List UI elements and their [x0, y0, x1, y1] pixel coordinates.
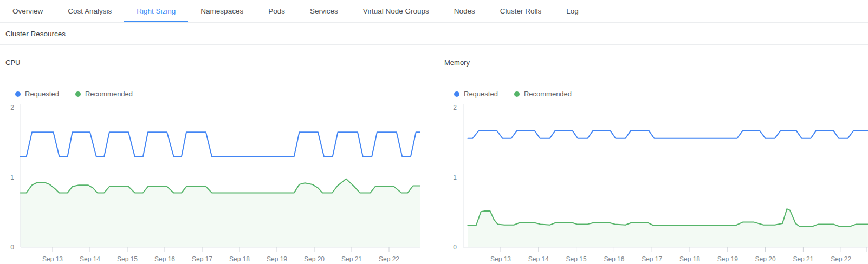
cpu-chart-title: CPU	[0, 54, 420, 72]
tab-cluster-rolls[interactable]: Cluster Rolls	[488, 0, 554, 22]
tab-virtual-node-groups[interactable]: Virtual Node Groups	[351, 0, 442, 22]
svg-text:Sep 22: Sep 22	[831, 255, 851, 262]
charts-row: CPU RequestedRecommended 210Sep 13Sep 14…	[0, 54, 868, 262]
tab-cost-analysis[interactable]: Cost Analysis	[55, 0, 124, 22]
memory-chart-title: Memory	[439, 54, 868, 72]
legend-item-requested[interactable]: Requested	[454, 90, 498, 98]
svg-text:Sep 21: Sep 21	[793, 255, 813, 262]
svg-text:Sep 20: Sep 20	[755, 255, 776, 262]
svg-text:1: 1	[453, 174, 457, 181]
requested-legend-dot	[454, 91, 459, 97]
tab-right-sizing[interactable]: Right Sizing	[124, 0, 188, 22]
requested-legend-dot	[15, 91, 21, 97]
cpu-chart-legend: RequestedRecommended	[15, 90, 420, 98]
svg-text:Sep 21: Sep 21	[341, 255, 362, 262]
svg-text:1: 1	[10, 174, 14, 181]
legend-label: Recommended	[524, 90, 572, 98]
section-title: Cluster Resources	[0, 23, 868, 45]
right-sizing-page: OverviewCost AnalysisRight SizingNamespa…	[0, 0, 868, 264]
svg-text:2: 2	[453, 104, 457, 111]
svg-text:0: 0	[453, 243, 457, 251]
svg-text:Sep 20: Sep 20	[304, 255, 325, 262]
memory-chart-legend: RequestedRecommended	[454, 90, 868, 98]
legend-item-recommended[interactable]: Recommended	[514, 90, 572, 98]
recommended-legend-dot	[75, 91, 81, 97]
svg-text:Sep 15: Sep 15	[566, 255, 587, 262]
svg-text:Sep 18: Sep 18	[229, 255, 250, 262]
legend-item-recommended[interactable]: Recommended	[75, 90, 133, 98]
tab-overview[interactable]: Overview	[0, 0, 55, 22]
svg-text:0: 0	[10, 243, 14, 251]
tab-services[interactable]: Services	[297, 0, 351, 22]
svg-text:Sep 13: Sep 13	[490, 255, 511, 262]
cpu-line-chart: 210Sep 13Sep 14Sep 15Sep 16Sep 17Sep 18S…	[0, 100, 420, 262]
tab-log[interactable]: Log	[554, 0, 591, 22]
tab-pods[interactable]: Pods	[256, 0, 297, 22]
cpu-chart-panel: CPU RequestedRecommended 210Sep 13Sep 14…	[0, 54, 420, 262]
tab-nodes[interactable]: Nodes	[442, 0, 488, 22]
svg-text:Sep 16: Sep 16	[604, 255, 624, 262]
svg-text:Sep 19: Sep 19	[717, 255, 738, 262]
svg-text:Sep 17: Sep 17	[192, 255, 212, 262]
svg-text:Sep 16: Sep 16	[154, 255, 175, 262]
svg-text:Sep 18: Sep 18	[679, 255, 700, 262]
tab-bar: OverviewCost AnalysisRight SizingNamespa…	[0, 0, 868, 23]
memory-chart-panel: Memory RequestedRecommended 210Sep 13Sep…	[439, 54, 868, 262]
svg-text:2: 2	[10, 104, 14, 111]
legend-label: Requested	[25, 90, 59, 98]
svg-text:Sep 14: Sep 14	[80, 255, 100, 262]
recommended-legend-dot	[514, 91, 520, 97]
svg-text:Sep 13: Sep 13	[42, 255, 63, 262]
svg-text:Sep 14: Sep 14	[528, 255, 549, 262]
legend-label: Requested	[464, 90, 498, 98]
svg-text:Sep 22: Sep 22	[379, 255, 399, 262]
legend-item-requested[interactable]: Requested	[15, 90, 59, 98]
legend-label: Recommended	[85, 90, 133, 98]
svg-text:Sep 19: Sep 19	[267, 255, 287, 262]
svg-text:Sep 15: Sep 15	[117, 255, 138, 262]
svg-text:Sep 17: Sep 17	[642, 255, 662, 262]
tab-namespaces[interactable]: Namespaces	[188, 0, 256, 22]
memory-line-chart: 210Sep 13Sep 14Sep 15Sep 16Sep 17Sep 18S…	[439, 100, 868, 262]
